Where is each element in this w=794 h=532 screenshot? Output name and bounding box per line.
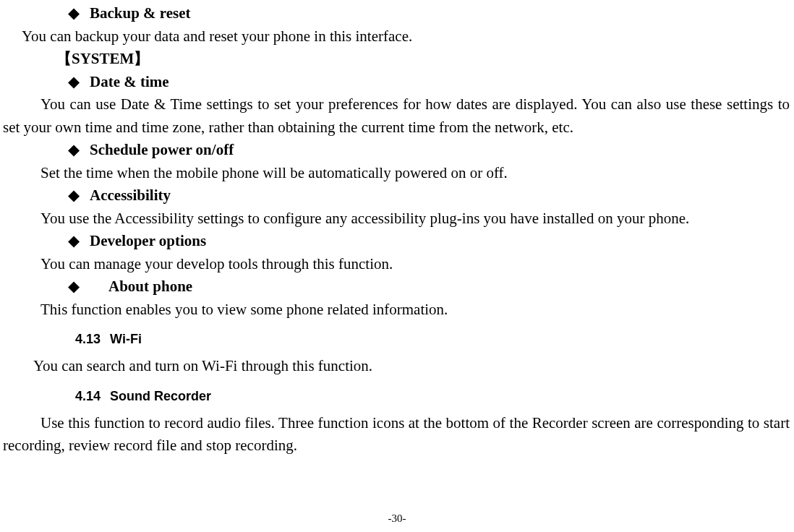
diamond-bullet-icon: ◆ bbox=[68, 184, 80, 207]
item-description: You can manage your develop tools throug… bbox=[3, 253, 790, 276]
subsection-title: Sound Recorder bbox=[110, 389, 211, 403]
subsection-number: 4.13 bbox=[75, 332, 101, 346]
subsection-recorder: 4.14 Sound Recorder bbox=[75, 387, 790, 406]
subsection-wifi: 4.13 Wi-Fi bbox=[75, 330, 790, 349]
bullet-item-accessibility: ◆ Accessibility bbox=[68, 184, 790, 207]
diamond-bullet-icon: ◆ bbox=[68, 275, 80, 299]
item-description: You can backup your data and reset your … bbox=[3, 25, 790, 48]
item-description: You use the Accessibility settings to co… bbox=[3, 207, 790, 231]
bullet-item-schedule: ◆ Schedule power on/off bbox=[68, 139, 790, 162]
item-description: You can use Date & Time settings to set … bbox=[3, 93, 790, 139]
item-title: Accessibility bbox=[90, 184, 171, 207]
item-title: Schedule power on/off bbox=[90, 139, 234, 162]
bullet-item-about: ◆ About phone bbox=[68, 275, 790, 299]
subsection-number: 4.14 bbox=[75, 389, 101, 403]
diamond-bullet-icon: ◆ bbox=[68, 230, 80, 253]
bullet-item-datetime: ◆ Date & time bbox=[68, 71, 790, 94]
item-title: Developer options bbox=[90, 230, 206, 253]
subsection-title: Wi-Fi bbox=[110, 332, 142, 346]
item-title: About phone bbox=[108, 275, 192, 299]
item-description: This function enables you to view some p… bbox=[3, 299, 790, 322]
bullet-item-backup: ◆ Backup & reset bbox=[68, 2, 790, 25]
diamond-bullet-icon: ◆ bbox=[68, 71, 80, 94]
page-number: -30- bbox=[0, 510, 794, 527]
item-title: Date & time bbox=[90, 71, 169, 94]
subsection-description: You can search and turn on Wi-Fi through… bbox=[3, 355, 790, 378]
subsection-description: Use this function to record audio files.… bbox=[3, 412, 790, 458]
system-category-label: 【SYSTEM】 bbox=[56, 48, 790, 71]
bullet-item-developer: ◆ Developer options bbox=[68, 230, 790, 253]
diamond-bullet-icon: ◆ bbox=[68, 139, 80, 162]
diamond-bullet-icon: ◆ bbox=[68, 2, 80, 25]
item-title: Backup & reset bbox=[90, 2, 191, 25]
document-page: ◆ Backup & reset You can backup your dat… bbox=[0, 0, 794, 458]
item-description: Set the time when the mobile phone will … bbox=[3, 162, 790, 185]
